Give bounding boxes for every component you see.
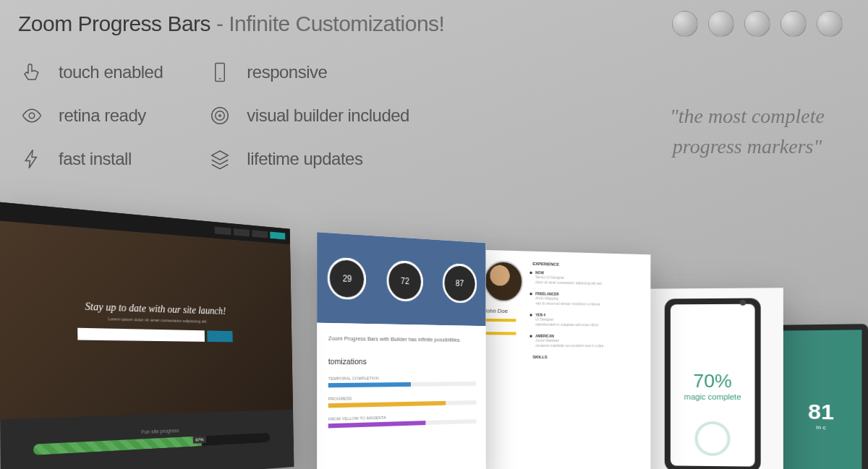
hero-subtitle: Lorem ipsum dolor sit amet consectetur a…	[108, 317, 206, 324]
eye-icon	[18, 102, 46, 129]
progress-circle: 72	[387, 260, 423, 302]
progress-circle: 87	[443, 263, 477, 304]
quote-line2: progress markers"	[670, 132, 825, 162]
quote: "the most complete progress markers"	[670, 101, 825, 162]
svg-point-3	[212, 108, 229, 124]
avatar	[484, 260, 523, 302]
card4-percent: 70%	[693, 369, 731, 392]
feature-label: responsive	[247, 62, 327, 82]
hero: Stay up to date with our site launch! Lo…	[0, 221, 293, 420]
feature-responsive: responsive	[206, 59, 409, 86]
safari-icon	[817, 11, 843, 37]
mobile-icon	[206, 59, 234, 86]
svg-point-4	[216, 111, 225, 121]
nav-item	[234, 228, 250, 236]
title-main: Zoom Progress Bars	[18, 12, 210, 35]
nav-item	[252, 230, 268, 238]
progress-bar	[328, 400, 477, 408]
nav-item-active	[270, 232, 285, 240]
card4-label: magic complete	[684, 392, 741, 400]
demo-card-1: Stay up to date with our site launch! Lo…	[0, 202, 294, 469]
feature-retina: retina ready	[18, 102, 163, 129]
section-heading: EXPERIENCE	[532, 262, 641, 269]
hero-title: Stay up to date with our site launch!	[85, 301, 226, 317]
chrome-icon	[672, 11, 698, 37]
experience-entry: FREELANCER Art/UI Mapping sed do eiusmod…	[532, 291, 641, 306]
title-sep: -	[210, 12, 229, 35]
circles-row: 29 72 87	[317, 232, 485, 326]
quote-line1: "the most complete	[670, 101, 825, 132]
profile-name: John Doe	[484, 307, 526, 314]
bar-label: TEMPORAL COMPLETION	[328, 375, 477, 381]
browser-icons	[672, 11, 850, 37]
progress-bar	[328, 382, 477, 387]
firefox-icon	[708, 11, 734, 37]
hand-icon	[18, 59, 46, 86]
opera-icon	[780, 11, 807, 37]
svg-point-0	[29, 113, 35, 119]
experience-entry: NOW Senior UI Designer dolor sit amet co…	[532, 270, 641, 286]
showcase: 81 in c 70% magic complete John Doe EXPE…	[0, 202, 868, 469]
progress-badge: 67%	[193, 436, 206, 444]
ie-icon	[744, 11, 770, 37]
feature-fast: fast install	[18, 145, 163, 173]
nav-item	[215, 227, 231, 235]
experience-entry: YEN 4 UI Designer reprehenderit in volup…	[532, 312, 641, 327]
feature-updates: lifetime updates	[206, 145, 409, 173]
feature-label: fast install	[59, 149, 132, 169]
feature-label: visual builder included	[247, 106, 409, 126]
target-icon	[206, 102, 234, 129]
progress-circle: 29	[328, 257, 366, 300]
camera-icon	[740, 300, 746, 306]
bolt-icon	[18, 145, 46, 173]
phone-frame: 70% magic complete	[665, 298, 761, 469]
layers-icon	[206, 145, 234, 173]
skill-bar	[484, 319, 516, 322]
feature-label: lifetime updates	[247, 149, 362, 169]
card5-label: in c	[816, 423, 825, 430]
page-title: Zoom Progress Bars - Infinite Customizat…	[18, 12, 444, 36]
phone-screen: 70% magic complete	[671, 304, 755, 467]
email-input	[77, 328, 205, 342]
demo-card-5: 81 in c	[775, 324, 868, 469]
feature-label: touch enabled	[59, 62, 163, 82]
demo-card-4: 70% magic complete	[642, 288, 783, 469]
demo-card-3: John Doe EXPERIENCE NOW Senior UI Design…	[474, 250, 650, 469]
section-heading: SKILLS	[532, 355, 641, 359]
card2-desc: Zoom Progress Bars with Builder has infi…	[328, 335, 477, 343]
demo-card-2: 29 72 87 Zoom Progress Bars with Builder…	[317, 232, 485, 469]
feature-builder: visual builder included	[206, 102, 409, 129]
title-sub: Infinite Customizations!	[229, 12, 444, 35]
feature-label: retina ready	[59, 106, 146, 126]
card2-section: tomizations	[328, 357, 477, 366]
progress-ring	[694, 421, 730, 456]
card5-percent: 81	[808, 399, 834, 424]
svg-point-5	[219, 115, 221, 117]
feature-touch: touch enabled	[18, 59, 163, 86]
skill-bar	[484, 332, 516, 335]
experience-entry: AMERICAN Junior Marketer occaecat cupida…	[532, 334, 641, 348]
subscribe-button	[207, 330, 233, 342]
